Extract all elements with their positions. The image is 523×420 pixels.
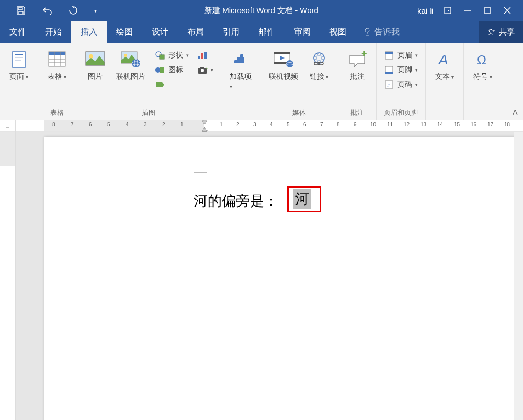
smartart-button[interactable] [153, 78, 191, 91]
titlebar: ▾ 新建 Microsoft Word 文档 - Word kai li [0, 0, 523, 21]
table-label: 表格 [48, 72, 62, 80]
svg-point-25 [155, 67, 161, 73]
svg-point-20 [132, 59, 140, 67]
save-icon[interactable] [16, 5, 26, 16]
maximize-icon[interactable] [482, 5, 493, 16]
vertical-ruler[interactable] [0, 132, 16, 420]
close-icon[interactable] [502, 5, 513, 16]
online-picture-button[interactable]: 联机图片 [113, 47, 149, 84]
svg-point-16 [89, 54, 93, 59]
document-page[interactable]: 河的偏旁是： 河 [44, 137, 514, 420]
screenshot-button[interactable]: + ▾ [195, 64, 215, 76]
video-icon [273, 49, 294, 70]
ribbon-options-icon[interactable] [442, 5, 453, 16]
svg-rect-35 [274, 52, 290, 54]
redo-icon[interactable] [68, 5, 78, 16]
online-picture-icon [120, 49, 141, 70]
horizontal-ruler[interactable]: 87654321123456789101112131415161718 [16, 120, 523, 131]
share-button[interactable]: 共享 [479, 21, 523, 43]
icons-icon [155, 65, 165, 75]
svg-rect-6 [15, 54, 23, 55]
tell-me-label: 告诉我 [374, 27, 400, 38]
chart-button[interactable] [195, 49, 215, 62]
svg-text:+: + [361, 51, 367, 59]
document-text[interactable]: 河的偏旁是： [194, 192, 278, 211]
svg-point-31 [201, 69, 204, 72]
group-header-footer: 页眉▾ 页脚▾ # 页码▾ 页眉和页脚 [377, 43, 426, 120]
tab-references[interactable]: 引用 [213, 21, 249, 43]
symbol-button[interactable]: Ω 符号 ▾ [469, 47, 496, 84]
page-container[interactable]: 河的偏旁是： 河 [16, 132, 514, 420]
minimize-icon[interactable] [462, 5, 473, 16]
table-button[interactable]: 表格 ▾ [43, 47, 71, 84]
page-number-button[interactable]: # 页码▾ [382, 78, 420, 91]
svg-rect-26 [160, 67, 164, 73]
undo-icon[interactable] [42, 5, 52, 16]
picture-icon [85, 49, 106, 70]
margin-corner-marker [194, 160, 207, 173]
ribbon: 页面 ▾ 表格 ▾ 表格 图片 [0, 43, 523, 120]
comment-label: 批注 [350, 72, 365, 81]
link-icon [309, 49, 329, 70]
tab-insert[interactable]: 插入 [71, 21, 107, 43]
tab-file[interactable]: 文件 [0, 21, 36, 43]
omega-icon: Ω [472, 49, 493, 70]
group-illustrations-label: 插图 [82, 108, 215, 118]
tell-me-search[interactable]: 告诉我 [356, 27, 400, 38]
group-symbols: Ω 符号 ▾ [464, 43, 502, 120]
window-title: 新建 Microsoft Word 文档 - Word [204, 6, 319, 16]
text-button[interactable]: A 文本 ▾ [431, 47, 458, 84]
tab-review[interactable]: 审阅 [285, 21, 320, 43]
table-icon [47, 49, 67, 70]
group-symbols-label [469, 110, 496, 118]
footer-button[interactable]: 页脚▾ [382, 64, 420, 76]
group-text-label [431, 110, 458, 118]
online-video-button[interactable]: 联机视频 [266, 47, 301, 84]
comment-button[interactable]: + 批注 [344, 47, 371, 84]
ruler-area: ∟ 87654321123456789101112131415161718 [0, 120, 523, 132]
link-label: 链接 [310, 72, 324, 80]
tab-view[interactable]: 视图 [320, 21, 356, 43]
annotation-box [287, 186, 321, 212]
shapes-label: 形状 [168, 51, 183, 60]
svg-text:Ω: Ω [477, 53, 486, 67]
group-comments: + 批注 批注 [338, 43, 377, 120]
group-pages-label [5, 110, 32, 118]
collapse-ribbon-button[interactable]: ᐱ [513, 108, 518, 116]
document-area: 河的偏旁是： 河 [0, 132, 523, 420]
svg-rect-7 [15, 57, 23, 58]
link-button[interactable]: 链接 ▾ [305, 47, 333, 84]
pages-button[interactable]: 页面 ▾ [5, 47, 32, 84]
svg-text:#: # [387, 83, 390, 88]
vertical-scrollbar[interactable] [514, 132, 523, 420]
share-label: 共享 [499, 27, 515, 37]
svg-point-4 [489, 29, 492, 32]
svg-rect-29 [204, 52, 207, 59]
camera-icon: + [197, 65, 208, 75]
tab-draw[interactable]: 绘图 [107, 21, 142, 43]
footer-icon [384, 65, 394, 75]
header-icon [384, 50, 394, 61]
tab-mail[interactable]: 邮件 [249, 21, 285, 43]
tab-home[interactable]: 开始 [36, 21, 71, 43]
user-name[interactable]: kai li [417, 6, 433, 15]
tab-layout[interactable]: 布局 [178, 21, 213, 43]
svg-point-40 [314, 56, 324, 60]
page-number-label: 页码 [397, 80, 412, 89]
svg-rect-2 [484, 8, 491, 13]
symbol-label: 符号 [473, 72, 488, 80]
header-button[interactable]: 页眉▾ [382, 49, 420, 62]
tab-design[interactable]: 设计 [142, 21, 178, 43]
shapes-button[interactable]: 形状 ▾ [153, 49, 191, 62]
picture-button[interactable]: 图片 [82, 47, 109, 84]
qat-dropdown[interactable]: ▾ [94, 8, 97, 14]
svg-rect-27 [198, 56, 200, 59]
icons-button[interactable]: 图标 [153, 64, 191, 76]
addins-icon [230, 49, 251, 70]
header-label: 页眉 [397, 51, 412, 60]
svg-rect-8 [15, 60, 21, 61]
addins-button[interactable]: 加载项▾ [226, 47, 255, 92]
shapes-icon [155, 50, 165, 61]
svg-text:A: A [438, 52, 448, 67]
svg-rect-48 [385, 72, 393, 74]
